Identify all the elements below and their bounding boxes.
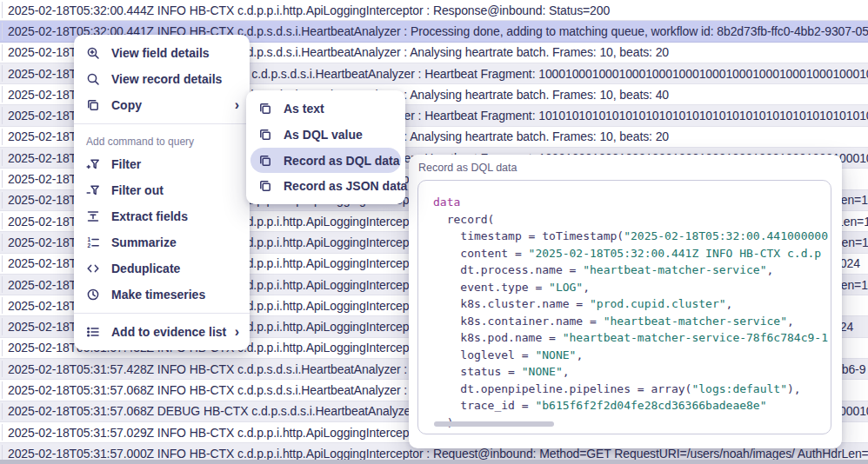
menu-item-extract-fields[interactable]: Extract fields xyxy=(74,203,250,229)
search-icon xyxy=(86,72,102,86)
menu-item-label: Deduplicate xyxy=(111,262,180,275)
code-line: dt.process.name = "heartbeat-matcher-ser… xyxy=(433,262,831,279)
menu-item-copy[interactable]: Copy› xyxy=(74,92,250,118)
menu-item-label: Record as JSON data xyxy=(284,179,407,193)
menu-item-deduplicate[interactable]: Deduplicate xyxy=(74,255,250,282)
code-icon xyxy=(86,262,102,275)
submenu-item-as-text[interactable]: As text xyxy=(246,96,405,122)
log-row[interactable]: 2025-02-18T05:32:00.444Z INFO HB-CTX c.d… xyxy=(0,0,868,21)
menu-item-label: As text xyxy=(284,102,324,116)
horizontal-scrollbar[interactable] xyxy=(0,460,868,464)
copy-icon xyxy=(258,154,274,168)
copy-icon xyxy=(258,128,274,142)
menu-item-view-record-details[interactable]: View record details xyxy=(74,66,250,92)
code-line: loglevel = "NONE", xyxy=(433,347,831,364)
code-line: data xyxy=(433,194,831,211)
code-line: dt.openpipeline.pipelines = array("logs:… xyxy=(433,381,831,398)
clock-icon xyxy=(86,288,102,302)
submenu-item-record-as-json-data[interactable]: Record as JSON data xyxy=(246,173,405,199)
menu-section-label: Add command to query xyxy=(74,129,250,151)
evidence-list-icon xyxy=(86,325,102,339)
menu-item-make-timeseries[interactable]: Make timeseries xyxy=(74,282,250,308)
code-line: k8s.pod.name = "heartbeat-matcher-servic… xyxy=(433,329,831,347)
menu-item-add-to-evidence-list[interactable]: Add to evidence list› xyxy=(74,319,250,345)
record-context-menu: View field detailsView record detailsCop… xyxy=(74,35,250,350)
dql-code-lines: data record( timestamp = toTimestamp("20… xyxy=(433,194,831,431)
menu-item-filter[interactable]: Filter xyxy=(74,151,250,177)
menu-item-label: Summarize xyxy=(111,235,177,249)
menu-divider xyxy=(74,313,250,314)
menu-item-label: View record details xyxy=(111,72,222,86)
menu-item-label: As DQL value xyxy=(284,128,363,142)
summarize-icon: 12 xyxy=(86,235,102,249)
code-line: record( xyxy=(433,211,831,229)
popup-title: Record as DQL data xyxy=(418,162,831,174)
dql-code-block: data record( timestamp = toTimestamp("20… xyxy=(417,180,831,434)
code-line: trace_id = "b615f6f2f2d04fe28cd36366bade… xyxy=(433,397,831,414)
extract-fields-icon xyxy=(86,209,102,223)
code-line: k8s.cluster.name = "prod.cupid.cluster", xyxy=(433,295,831,313)
code-line: k8s.container.name = "heartbeat-matcher-… xyxy=(433,313,831,330)
chevron-right-icon: › xyxy=(228,98,239,112)
menu-item-label: Make timeseries xyxy=(111,288,205,302)
menu-item-filter-out[interactable]: Filter out xyxy=(74,177,250,203)
copy-icon xyxy=(258,179,274,193)
chevron-right-icon: › xyxy=(228,325,239,339)
svg-text:2: 2 xyxy=(87,242,90,249)
menu-item-summarize[interactable]: 12Summarize xyxy=(74,229,250,255)
code-line: event.type = "LOG", xyxy=(433,279,831,296)
copy-submenu: As textAs DQL valueRecord as DQL dataRec… xyxy=(246,90,405,204)
menu-item-label: Extract fields xyxy=(111,209,188,223)
code-line: content = "2025-02-18T05:32:00.441Z INFO… xyxy=(433,245,831,262)
submenu-item-as-dql-value[interactable]: As DQL value xyxy=(246,122,405,148)
menu-item-label: Filter out xyxy=(111,183,164,197)
menu-item-label: Filter xyxy=(111,157,141,171)
code-line: status = "NONE", xyxy=(433,363,831,381)
menu-item-label: Add to evidence list xyxy=(111,325,226,339)
copy-icon xyxy=(86,98,102,112)
submenu-item-record-as-dql-data[interactable]: Record as DQL data xyxy=(250,148,401,173)
log-viewer-screen: 2025-02-18T05:32:00.444Z INFO HB-CTX c.d… xyxy=(0,0,868,464)
zoom-in-icon xyxy=(86,46,102,60)
menu-item-label: Record as DQL data xyxy=(284,154,400,168)
record-as-dql-data-popup: Record as DQL data data record( timestam… xyxy=(409,155,842,448)
menu-item-label: View field details xyxy=(111,46,210,60)
menu-item-label: Copy xyxy=(111,98,142,112)
menu-item-view-field-details[interactable]: View field details xyxy=(74,40,250,66)
code-horizontal-scrollbar[interactable] xyxy=(434,421,554,427)
filter-plus-icon xyxy=(86,157,102,171)
menu-divider xyxy=(74,123,250,124)
log-row-text: 2025-02-18T05:32:00.444Z INFO HB-CTX c.d… xyxy=(8,3,610,17)
copy-icon xyxy=(258,102,274,116)
svg-text:1: 1 xyxy=(87,236,90,242)
code-line: timestamp = toTimestamp("2025-02-18T05:3… xyxy=(433,228,831,245)
filter-minus-icon xyxy=(86,183,102,197)
log-row-text: 2025-02-18T05:31:57.000Z INFO HB-CTX c.d… xyxy=(8,447,868,461)
